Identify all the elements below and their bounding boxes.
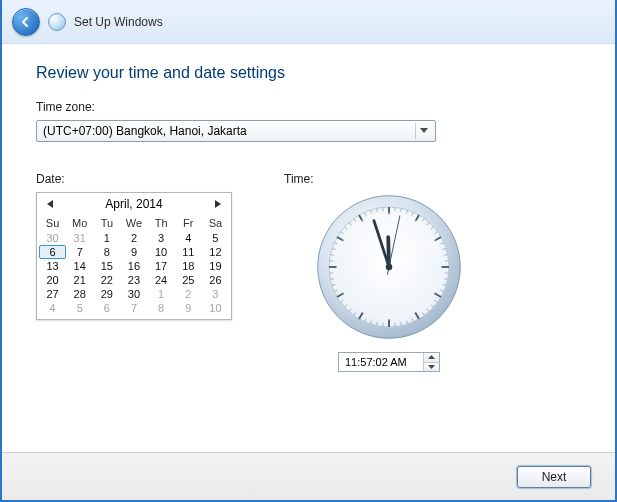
chevron-up-icon (428, 355, 435, 359)
calendar-day[interactable]: 31 (66, 231, 93, 245)
page-heading: Review your time and date settings (36, 64, 581, 82)
calendar-prev-button[interactable] (43, 197, 57, 211)
calendar-day[interactable]: 6 (39, 245, 66, 259)
calendar-day[interactable]: 28 (66, 287, 93, 301)
calendar-day[interactable]: 21 (66, 273, 93, 287)
calendar-day[interactable]: 5 (202, 231, 229, 245)
time-label: Time: (284, 172, 494, 186)
calendar-day[interactable]: 18 (175, 259, 202, 273)
next-button[interactable]: Next (517, 466, 591, 488)
calendar-dow: Sa (202, 215, 229, 231)
chevron-down-icon (415, 123, 431, 139)
calendar-day[interactable]: 7 (120, 301, 147, 315)
calendar-day[interactable]: 9 (175, 301, 202, 315)
time-spinner (423, 353, 439, 371)
calendar-day[interactable]: 16 (120, 259, 147, 273)
calendar-next-button[interactable] (211, 197, 225, 211)
calendar-day[interactable]: 9 (120, 245, 147, 259)
date-label: Date: (36, 172, 236, 186)
back-button[interactable] (12, 8, 40, 36)
calendar-day[interactable]: 5 (66, 301, 93, 315)
time-spin-up[interactable] (424, 353, 439, 362)
time-input[interactable]: 11:57:02 AM (338, 352, 440, 372)
calendar-day[interactable]: 23 (120, 273, 147, 287)
calendar-dow: Fr (175, 215, 202, 231)
chevron-right-icon (215, 200, 221, 208)
calendar-day[interactable]: 12 (202, 245, 229, 259)
content-area: Review your time and date settings Time … (2, 44, 615, 452)
calendar-month-label[interactable]: April, 2014 (105, 197, 162, 211)
footer: Next (2, 452, 615, 500)
calendar-day[interactable]: 3 (202, 287, 229, 301)
svg-point-65 (386, 264, 393, 271)
titlebar: Set Up Windows (2, 0, 615, 44)
calendar-day[interactable]: 4 (39, 301, 66, 315)
calendar-day[interactable]: 2 (175, 287, 202, 301)
calendar-day[interactable]: 8 (93, 245, 120, 259)
calendar-day[interactable]: 24 (148, 273, 175, 287)
calendar-day[interactable]: 15 (93, 259, 120, 273)
calendar-day[interactable]: 2 (120, 231, 147, 245)
analog-clock (314, 192, 464, 342)
timezone-selected-value: (UTC+07:00) Bangkok, Hanoi, Jakarta (43, 124, 247, 138)
calendar-day[interactable]: 22 (93, 273, 120, 287)
time-spin-down[interactable] (424, 362, 439, 372)
calendar-day[interactable]: 1 (148, 287, 175, 301)
calendar-dow: We (120, 215, 147, 231)
calendar-day[interactable]: 29 (93, 287, 120, 301)
calendar-day[interactable]: 20 (39, 273, 66, 287)
calendar-day[interactable]: 27 (39, 287, 66, 301)
time-value[interactable]: 11:57:02 AM (339, 353, 423, 371)
calendar-dow: Su (39, 215, 66, 231)
calendar-day[interactable]: 14 (66, 259, 93, 273)
calendar: April, 2014 SuMoTuWeThFrSa30311234567891… (36, 192, 232, 320)
calendar-day[interactable]: 30 (39, 231, 66, 245)
calendar-day[interactable]: 17 (148, 259, 175, 273)
windows-orb-icon (48, 13, 66, 31)
calendar-day[interactable]: 13 (39, 259, 66, 273)
next-button-label: Next (542, 470, 567, 484)
arrow-left-icon (19, 15, 33, 29)
timezone-label: Time zone: (36, 100, 581, 114)
calendar-day[interactable]: 4 (175, 231, 202, 245)
calendar-day[interactable]: 25 (175, 273, 202, 287)
calendar-day[interactable]: 10 (148, 245, 175, 259)
time-section: Time: (284, 172, 494, 372)
calendar-day[interactable]: 7 (66, 245, 93, 259)
window-title: Set Up Windows (74, 15, 163, 29)
calendar-day[interactable]: 11 (175, 245, 202, 259)
calendar-day[interactable]: 19 (202, 259, 229, 273)
calendar-day[interactable]: 3 (148, 231, 175, 245)
calendar-dow: Mo (66, 215, 93, 231)
calendar-day[interactable]: 1 (93, 231, 120, 245)
calendar-day[interactable]: 6 (93, 301, 120, 315)
chevron-left-icon (47, 200, 53, 208)
setup-window: Set Up Windows Review your time and date… (0, 0, 617, 502)
chevron-down-icon (428, 365, 435, 369)
calendar-day[interactable]: 26 (202, 273, 229, 287)
calendar-dow: Tu (93, 215, 120, 231)
calendar-dow: Th (148, 215, 175, 231)
date-section: Date: April, 2014 SuMoTuWeThFrSa30311234… (36, 172, 236, 372)
calendar-day[interactable]: 10 (202, 301, 229, 315)
calendar-day[interactable]: 8 (148, 301, 175, 315)
calendar-day[interactable]: 30 (120, 287, 147, 301)
timezone-dropdown[interactable]: (UTC+07:00) Bangkok, Hanoi, Jakarta (36, 120, 436, 142)
